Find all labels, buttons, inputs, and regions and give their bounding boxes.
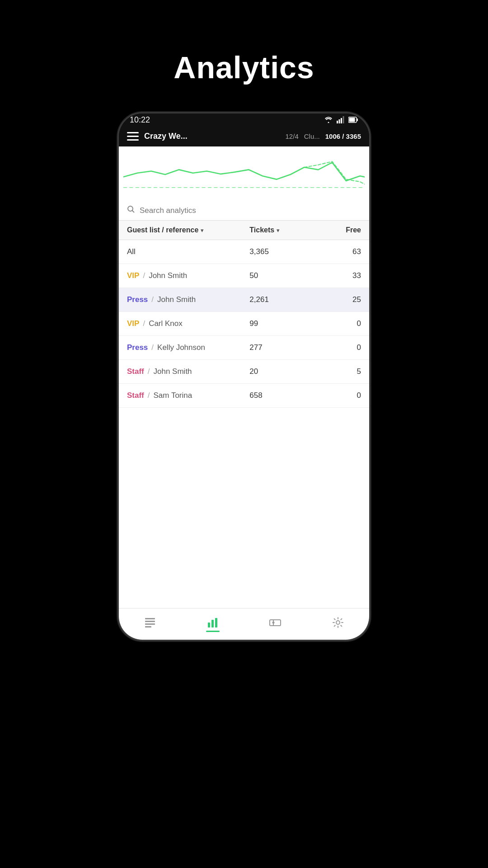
guest-name: Sam Torina [154, 391, 192, 400]
svg-rect-15 [211, 620, 214, 627]
nav-item-analytics[interactable] [182, 616, 244, 632]
svg-rect-16 [215, 618, 217, 627]
signal-icon [337, 116, 345, 123]
battery-icon [348, 117, 358, 123]
free-label: Free [346, 226, 361, 234]
app-header: Crazy We... 12/4 Clu... 1006 / 3365 [119, 126, 369, 146]
tickets-label: Tickets [249, 226, 274, 234]
hamburger-button[interactable] [127, 132, 139, 141]
row-guest-cell: Press / John Smith [127, 295, 249, 304]
svg-line-9 [132, 211, 135, 213]
table-row[interactable]: Press / John Smith 2,261 25 [119, 288, 369, 312]
nav-item-ticket[interactable] [244, 616, 307, 632]
page-title: Analytics [174, 50, 314, 85]
wifi-icon [324, 116, 333, 123]
separator: / [151, 295, 154, 304]
status-time: 10:22 [130, 115, 150, 125]
table-row[interactable]: VIP / Carl Knox 99 0 [119, 312, 369, 336]
camera-notch [226, 116, 262, 119]
ticket-count: 1006 / 3365 [325, 132, 361, 140]
svg-rect-12 [145, 623, 155, 625]
row-guest-cell: All [127, 247, 249, 256]
row-tickets-cell: 50 [249, 271, 316, 280]
svg-rect-14 [208, 623, 210, 627]
bottom-nav [119, 608, 369, 640]
row-guest-cell: Staff / John Smith [127, 367, 249, 376]
status-icons [324, 116, 358, 123]
row-guest-cell: Press / Kelly Johnson [127, 343, 249, 352]
list-icon [144, 616, 156, 629]
guest-name: John Smith [154, 367, 192, 376]
bar-chart-icon [206, 616, 219, 629]
svg-rect-1 [339, 119, 340, 123]
guest-list-chevron: ▾ [201, 227, 204, 234]
row-tickets-cell: 277 [249, 343, 316, 352]
svg-rect-0 [337, 121, 338, 123]
row-tickets-cell: 658 [249, 391, 316, 400]
row-tag: Staff [127, 391, 144, 400]
row-free-cell: 25 [316, 295, 361, 304]
svg-rect-6 [357, 118, 358, 121]
svg-point-8 [128, 206, 133, 211]
table-body: All 3,365 63 VIP / John Smith 50 33 Pres… [119, 240, 369, 408]
row-tickets-cell: 20 [249, 367, 316, 376]
row-tickets-cell: 99 [249, 319, 316, 328]
row-free-cell: 0 [316, 319, 361, 328]
row-tag: VIP [127, 271, 139, 280]
hamburger-line-1 [127, 132, 139, 133]
gear-icon [332, 616, 344, 629]
row-tickets-cell: 2,261 [249, 295, 316, 304]
guest-list-label: Guest list / reference [127, 226, 198, 234]
row-guest-cell: VIP / John Smith [127, 271, 249, 280]
svg-point-19 [272, 622, 275, 624]
svg-rect-13 [145, 626, 151, 627]
svg-point-20 [336, 621, 340, 624]
row-tag: Staff [127, 367, 144, 376]
table-row[interactable]: Staff / Sam Torina 658 0 [119, 384, 369, 408]
search-input[interactable] [140, 206, 361, 215]
tickets-chevron: ▾ [277, 227, 280, 234]
table-row[interactable]: Press / Kelly Johnson 277 0 [119, 336, 369, 360]
table-row[interactable]: VIP / John Smith 50 33 [119, 264, 369, 288]
separator: / [148, 367, 150, 376]
guest-name: John Smith [149, 271, 187, 280]
event-name: Crazy We... [144, 132, 280, 141]
analytics-chart [119, 146, 369, 201]
analytics-table: Guest list / reference ▾ Tickets ▾ Free … [119, 221, 369, 608]
svg-rect-2 [341, 118, 342, 123]
row-guest-cell: VIP / Carl Knox [127, 319, 249, 328]
guest-name: Carl Knox [149, 319, 183, 328]
nav-bar-analytics [206, 631, 220, 632]
row-free-cell: 33 [316, 271, 361, 280]
col-header-guest[interactable]: Guest list / reference ▾ [127, 226, 249, 234]
row-tickets-cell: 3,365 [249, 247, 316, 256]
side-button [369, 204, 371, 240]
row-tag: All [127, 247, 136, 256]
search-icon [127, 205, 135, 216]
row-guest-cell: Staff / Sam Torina [127, 391, 249, 400]
nav-item-list[interactable] [119, 616, 182, 632]
table-header: Guest list / reference ▾ Tickets ▾ Free [119, 221, 369, 240]
col-header-free: Free [316, 226, 361, 234]
svg-rect-3 [343, 116, 344, 123]
col-header-tickets[interactable]: Tickets ▾ [249, 226, 316, 234]
separator: / [151, 343, 154, 352]
hamburger-line-3 [127, 139, 139, 141]
row-tag: Press [127, 343, 148, 352]
cluster-label: Clu... [304, 132, 320, 140]
row-free-cell: 0 [316, 391, 361, 400]
ticket-icon [269, 616, 282, 629]
event-date: 12/4 [286, 132, 299, 140]
table-row[interactable]: Staff / John Smith 20 5 [119, 360, 369, 384]
nav-item-settings[interactable] [307, 616, 370, 632]
row-free-cell: 0 [316, 343, 361, 352]
svg-rect-11 [145, 621, 155, 622]
row-free-cell: 5 [316, 367, 361, 376]
svg-rect-17 [270, 620, 281, 626]
row-free-cell: 63 [316, 247, 361, 256]
table-row[interactable]: All 3,365 63 [119, 240, 369, 264]
guest-name: Kelly Johnson [157, 343, 205, 352]
separator: / [143, 271, 145, 280]
separator: / [143, 319, 145, 328]
row-tag: Press [127, 295, 148, 304]
